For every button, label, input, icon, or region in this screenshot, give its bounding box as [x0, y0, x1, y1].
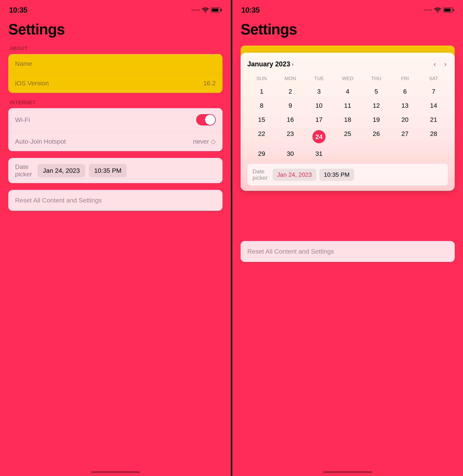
reset-button-left[interactable]: Reset All Content and Settings	[8, 190, 223, 211]
day-header-fri: FRI	[391, 74, 419, 84]
battery-icon-right	[443, 8, 454, 12]
cal-day-13[interactable]: 13	[391, 98, 419, 113]
cal-day-empty-3	[391, 147, 419, 161]
ios-version-label: iOS Version	[15, 79, 49, 87]
internet-card: Wi-Fi Auto-Join Hotspot never ◇	[8, 108, 223, 151]
cal-day-18[interactable]: 18	[333, 113, 362, 127]
cal-day-7[interactable]: 7	[419, 84, 448, 98]
day-header-tue: TUE	[305, 74, 333, 84]
day-header-sat: SAT	[419, 74, 448, 84]
about-card: Name iOS Version 16.2	[8, 54, 223, 93]
cal-day-19[interactable]: 19	[362, 113, 391, 127]
right-page-title: Settings	[240, 21, 455, 38]
cal-day-22[interactable]: 22	[247, 127, 276, 147]
day-header-thu: THU	[362, 74, 391, 84]
day-header-wed: WED	[333, 74, 362, 84]
cal-day-3[interactable]: 3	[305, 84, 333, 98]
signal-icon-left	[192, 9, 200, 11]
left-page-content: Settings ABOUT Name iOS Version 16.2 INT…	[0, 17, 231, 461]
status-bar-left: 10:35	[0, 0, 231, 17]
date-picker-card[interactable]: Date picker Jan 24, 2023 10:35 PM	[8, 158, 223, 183]
right-page-content: Settings January 2023 › ‹ › SUN MON TUE	[232, 17, 463, 461]
cal-day-12[interactable]: 12	[362, 98, 391, 113]
date-picker-label-line2: picker	[15, 170, 34, 178]
cal-day-10[interactable]: 10	[305, 98, 333, 113]
toggle-knob	[205, 115, 215, 125]
wifi-toggle[interactable]	[196, 114, 216, 125]
cal-day-17[interactable]: 17	[305, 113, 333, 127]
cal-day-20[interactable]: 20	[391, 113, 419, 127]
cal-day-29[interactable]: 29	[247, 147, 276, 161]
cal-day-6[interactable]: 6	[391, 84, 419, 98]
month-chevron-icon[interactable]: ›	[292, 61, 294, 67]
name-row[interactable]: Name	[8, 54, 223, 73]
ios-version-value: 16.2	[203, 79, 216, 87]
date-chip[interactable]: Jan 24, 2023	[38, 164, 85, 177]
cal-day-8[interactable]: 8	[247, 98, 276, 113]
wifi-icon-left	[202, 7, 209, 13]
hotspot-label: Auto-Join Hotspot	[15, 138, 66, 145]
right-phone-panel: 10:35 Settings January 2023 ›	[231, 0, 463, 476]
cal-day-31[interactable]: 31	[305, 147, 333, 161]
cal-day-1[interactable]: 1	[247, 84, 276, 98]
cal-day-2[interactable]: 2	[276, 84, 304, 98]
cal-day-4[interactable]: 4	[333, 84, 362, 98]
cal-date-label-line1: Date	[253, 168, 269, 175]
calendar-days-grid: 1 2 3 4 5 6 7 8 9 10 11 12 13 14 15 16 1…	[247, 84, 448, 161]
status-time-right: 10:35	[241, 6, 259, 14]
cal-day-16[interactable]: 16	[276, 113, 304, 127]
cal-date-chip[interactable]: Jan 24, 2023	[273, 169, 316, 181]
cal-day-empty-2	[362, 147, 391, 161]
calendar-header: January 2023 › ‹ ›	[247, 59, 448, 69]
cal-day-25[interactable]: 25	[333, 127, 362, 147]
wifi-row[interactable]: Wi-Fi	[8, 108, 223, 132]
home-indicator-right	[232, 461, 463, 476]
cal-day-15[interactable]: 15	[247, 113, 276, 127]
cal-day-9[interactable]: 9	[276, 98, 304, 113]
home-indicator-left	[0, 461, 231, 476]
time-chip[interactable]: 10:35 PM	[89, 164, 127, 177]
status-icons-left	[192, 7, 222, 13]
cal-day-empty-1	[333, 147, 362, 161]
home-bar-right	[323, 471, 372, 473]
right-below-calendar: Reset All Content and Settings	[240, 241, 455, 262]
cal-day-24[interactable]: 24	[305, 127, 333, 147]
status-icons-right	[424, 7, 454, 13]
signal-icon-right	[424, 9, 432, 11]
next-month-button[interactable]: ›	[443, 59, 448, 69]
about-section-label: ABOUT	[8, 45, 223, 51]
home-bar-left	[91, 471, 140, 473]
battery-icon-left	[211, 8, 222, 12]
hotspot-value: never ◇	[193, 138, 216, 145]
cal-day-23[interactable]: 23	[276, 127, 304, 147]
reset-button-right[interactable]: Reset All Content and Settings	[240, 241, 455, 262]
calendar-nav: ‹ ›	[432, 59, 448, 69]
status-time-left: 10:35	[9, 6, 27, 14]
cal-date-label-line2: picker	[253, 175, 269, 181]
cal-day-27[interactable]: 27	[391, 127, 419, 147]
calendar-day-headers: SUN MON TUE WED THU FRI SAT	[247, 74, 448, 84]
date-picker-label-line1: Date	[15, 163, 34, 170]
wifi-label: Wi-Fi	[15, 116, 30, 123]
cal-day-5[interactable]: 5	[362, 84, 391, 98]
left-phone-panel: 10:35 Settings ABOUT Name iOS Version	[0, 0, 231, 476]
prev-month-button[interactable]: ‹	[432, 59, 437, 69]
name-label: Name	[15, 60, 32, 67]
calendar-date-picker: Date picker Jan 24, 2023 10:35 PM	[247, 164, 448, 185]
internet-section-label: INTERNET	[8, 100, 223, 106]
status-bar-right: 10:35	[232, 0, 463, 17]
cal-day-26[interactable]: 26	[362, 127, 391, 147]
cal-day-21[interactable]: 21	[419, 113, 448, 127]
cal-day-11[interactable]: 11	[333, 98, 362, 113]
cal-day-14[interactable]: 14	[419, 98, 448, 113]
ios-version-row[interactable]: iOS Version 16.2	[8, 73, 223, 93]
day-header-sun: SUN	[247, 74, 276, 84]
wifi-icon-right	[434, 7, 441, 13]
hotspot-row[interactable]: Auto-Join Hotspot never ◇	[8, 132, 223, 151]
cal-day-28[interactable]: 28	[419, 127, 448, 147]
day-header-mon: MON	[276, 74, 304, 84]
cal-time-chip[interactable]: 10:35 PM	[319, 169, 354, 181]
cal-day-empty-4	[419, 147, 448, 161]
left-page-title: Settings	[8, 21, 223, 38]
cal-day-30[interactable]: 30	[276, 147, 304, 161]
